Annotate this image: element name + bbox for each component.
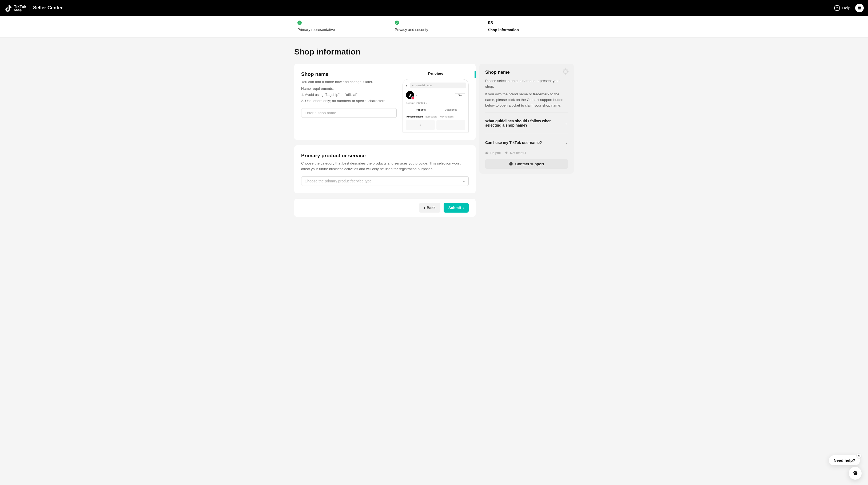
helpful-button[interactable]: Helpful — [485, 151, 501, 155]
svg-line-5 — [563, 69, 563, 69]
tiktok-icon — [408, 93, 412, 97]
step-connector — [338, 23, 392, 23]
faq-guidelines[interactable]: What guidelines should I follow when sel… — [485, 116, 568, 130]
help-label: Help — [842, 6, 850, 10]
phone-avatar — [406, 91, 414, 99]
helpful-label: Helpful — [490, 151, 501, 155]
submit-button[interactable]: Submit › — [443, 203, 469, 212]
svg-line-1 — [413, 86, 414, 86]
chevron-right-icon: › — [426, 102, 427, 105]
search-icon — [412, 84, 414, 87]
feedback-row: Helpful Not helpful — [485, 151, 568, 155]
side-panel-title: Shop name — [485, 70, 568, 75]
chevron-right-icon: › — [416, 93, 417, 97]
shop-avatar-button[interactable] — [855, 4, 864, 12]
step-3: 03 Shop information — [488, 21, 519, 32]
phone-search-placeholder: Search in store — [416, 84, 432, 87]
thumbs-up-icon — [485, 151, 489, 154]
svg-point-9 — [510, 164, 511, 164]
faq-question: Can I use my TikTok username? — [485, 141, 542, 145]
svg-point-8 — [509, 162, 513, 165]
shop-name-title: Shop name — [301, 71, 397, 77]
phone-subtab-newreleases: New releases — [440, 115, 454, 118]
phone-tab-categories: Categories — [436, 107, 466, 113]
phone-product-placeholder: ▲ — [406, 120, 435, 130]
shop-name-input[interactable] — [301, 108, 397, 118]
page-title: Shop information — [294, 47, 574, 56]
select-placeholder: Choose the primary product/service type — [305, 179, 372, 183]
help-icon: ? — [834, 5, 840, 11]
page-content: Shop information Shop name You can add a… — [294, 38, 574, 222]
thumbs-down-icon — [505, 151, 508, 154]
step-3-number: 03 — [488, 21, 519, 25]
check-icon: ✓ — [298, 21, 302, 25]
help-side-panel: Shop name Please select a unique name to… — [479, 64, 574, 174]
shop-name-req-header: Name requirements: — [301, 86, 397, 92]
phone-subtab-recommended: Recommended — [406, 115, 423, 118]
primary-product-desc: Choose the category that best describes … — [301, 161, 469, 172]
contact-support-button[interactable]: Contact support — [485, 159, 568, 169]
lightbulb-icon — [561, 67, 570, 76]
phone-account-value: XXXXXX — [416, 102, 425, 105]
chevron-down-icon: ⌄ — [463, 179, 465, 183]
shop-name-req2: 2. Use letters only; no numbers or speci… — [301, 98, 397, 104]
shop-name-card: Shop name You can add a name now and cha… — [294, 64, 475, 140]
back-button[interactable]: ‹ Back — [419, 203, 440, 212]
contact-support-label: Contact support — [515, 162, 544, 166]
step-2-label: Privacy and security — [395, 28, 428, 32]
step-2: ✓ Privacy and security — [395, 21, 428, 32]
preview-title: Preview — [403, 71, 469, 76]
step-1: ✓ Primary representative — [298, 21, 335, 32]
phone-preview: ‹ Search in store › — [403, 79, 469, 133]
preview-accent — [474, 71, 475, 78]
phone-account: Account: XXXXXX › — [405, 102, 466, 107]
logo-bot: Shop — [14, 8, 26, 11]
tiktok-icon — [4, 4, 12, 12]
side-panel-p2: If you own the brand name or trademark t… — [485, 92, 568, 108]
help-link[interactable]: ? Help — [834, 5, 850, 11]
svg-point-2 — [564, 70, 567, 74]
svg-point-0 — [412, 85, 414, 86]
phone-subtab-bestsellers: Best sellers — [426, 115, 437, 118]
step-connector — [431, 23, 485, 23]
primary-product-title: Primary product or service — [301, 153, 469, 159]
chevron-right-icon: › — [463, 206, 464, 210]
chevron-down-icon: ⌄ — [565, 121, 568, 125]
storefront-icon — [857, 6, 862, 10]
svg-line-4 — [568, 69, 568, 69]
side-panel-p1: Please select a unique name to represent… — [485, 78, 568, 89]
phone-account-label: Account: — [406, 102, 415, 105]
chevron-left-icon: ‹ — [424, 206, 425, 210]
primary-product-select[interactable]: Choose the primary product/service type … — [301, 176, 469, 186]
phone-search-box: Search in store — [410, 83, 466, 88]
header-left: TikTok Shop Seller Center — [4, 4, 63, 12]
footer-actions: ‹ Back Submit › — [294, 199, 475, 217]
logo-top: TikTok — [14, 4, 26, 8]
tiktok-shop-logo[interactable]: TikTok Shop — [4, 4, 26, 12]
chevron-down-icon: ⌄ — [565, 141, 568, 144]
header-right: ? Help — [834, 4, 864, 12]
not-helpful-button[interactable]: Not helpful — [505, 151, 526, 155]
not-helpful-label: Not helpful — [510, 151, 526, 155]
phone-back-icon: ‹ — [405, 83, 408, 88]
phone-chat-button: Chat — [455, 93, 465, 97]
shop-name-desc: You can add a name now and change it lat… — [301, 79, 397, 85]
app-header: TikTok Shop Seller Center ? Help — [0, 0, 868, 16]
divider — [30, 5, 30, 11]
check-icon: ✓ — [395, 21, 399, 25]
shop-badge-icon — [411, 96, 414, 99]
faq-username[interactable]: Can I use my TikTok username? ⌄ — [485, 138, 568, 147]
logo-text: TikTok Shop — [14, 4, 26, 11]
back-label: Back — [427, 206, 435, 210]
primary-product-card: Primary product or service Choose the ca… — [294, 145, 475, 193]
header-title: Seller Center — [33, 5, 63, 11]
svg-point-10 — [512, 164, 512, 164]
submit-label: Submit — [448, 206, 461, 210]
headset-icon — [509, 162, 513, 166]
phone-product-placeholder — [436, 120, 465, 130]
step-3-label: Shop information — [488, 28, 519, 32]
shop-name-req1: 1. Avoid using "flagship" or "official" — [301, 92, 397, 98]
step-1-label: Primary representative — [298, 28, 335, 32]
phone-tab-products: Products — [405, 107, 436, 113]
faq-question: What guidelines should I follow when sel… — [485, 119, 562, 127]
